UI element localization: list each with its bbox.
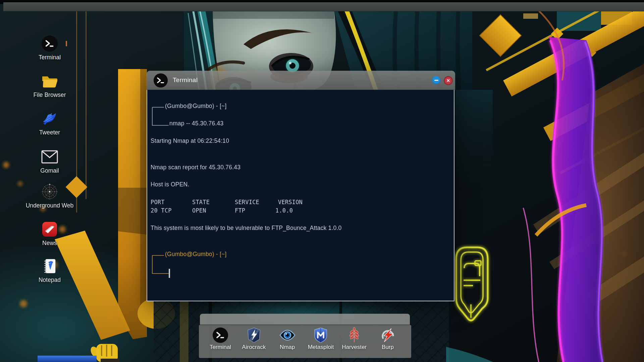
desktop-icon-news[interactable]: News: [21, 221, 78, 247]
desktop-icon-underground-web[interactable]: Underground Web: [21, 183, 78, 209]
desktop-icon-file-browser[interactable]: File Browser: [21, 72, 78, 99]
prompt-user: (Gumbo@Gumbo) - [~]: [165, 251, 227, 258]
cell-port: 20 TCP: [151, 207, 172, 214]
bird-icon: [41, 110, 58, 127]
window-title: Terminal: [173, 76, 198, 84]
vulnerability-line: This system is most likely to be vulnera…: [151, 225, 341, 232]
desktop-icon-tweeter[interactable]: Tweeter: [21, 110, 78, 136]
dock-item-label: Airocrack: [238, 344, 269, 351]
terminal-cursor: [169, 269, 170, 278]
notepad-icon: [41, 257, 58, 275]
col-header: STATE: [192, 199, 210, 205]
dock-item-terminal[interactable]: Terminal: [205, 327, 236, 358]
dock-item-harvester[interactable]: Harvester: [339, 327, 370, 358]
dock-handle[interactable]: [200, 314, 410, 325]
terminal-line: Starting Nmap at 06:22:54:10: [151, 137, 229, 144]
eye-icon: [279, 327, 296, 343]
col-header: PORT: [151, 199, 165, 205]
cell-version: 1.0.0: [275, 207, 293, 214]
col-header: VERSION: [278, 199, 303, 205]
dark-web-icon: [41, 183, 58, 200]
desktop-icon-label: Terminal: [21, 54, 78, 61]
desktop-icon-label: File Browser: [21, 92, 78, 99]
top-bar: [3, 2, 644, 11]
dock-item-label: Harvester: [339, 344, 370, 351]
close-icon: ✕: [446, 78, 450, 83]
prompt-command: nmap -- 45.30.76.43: [169, 120, 223, 127]
terminal-output[interactable]: (Gumbo@Gumbo) - [~] nmap -- 45.30.76.43 …: [147, 90, 454, 301]
burst-bolt-icon: [380, 327, 396, 343]
terminal-line: Host is OPEN.: [151, 181, 189, 188]
news-icon: [41, 221, 58, 238]
shield-bolt-icon: [246, 327, 262, 343]
desktop-icon-label: Gomail: [21, 167, 78, 174]
cell-state: OPEN: [192, 207, 206, 214]
shield-m-icon: [313, 327, 329, 343]
dock-item-airocrack[interactable]: Airocrack: [238, 327, 269, 358]
dock-item-label: Burp: [372, 344, 403, 351]
dock-item-label: Terminal: [205, 344, 236, 351]
terminal-window: Terminal ✕ (Gumbo@Gumbo) - [~] nmap -- 4…: [147, 71, 455, 301]
desktop-icon-label: Underground Web: [21, 202, 78, 209]
dock: Terminal Airocrack: [199, 325, 411, 358]
envelope-icon: [41, 148, 58, 166]
desktop-icon-notepad[interactable]: Notepad: [21, 257, 78, 284]
terminal-line: Nmap scan report for 45.30.76.43: [151, 164, 240, 171]
folder-icon: [41, 72, 58, 90]
desktop-icon-terminal[interactable]: Terminal: [21, 35, 78, 61]
window-titlebar[interactable]: Terminal ✕: [147, 71, 455, 90]
terminal-icon: [212, 327, 228, 343]
desktop-icon-label: Notepad: [21, 277, 78, 284]
desktop-icon-label: Tweeter: [21, 129, 78, 136]
desktop-icon-gomail[interactable]: Gomail: [21, 148, 78, 174]
dock-item-burp[interactable]: Burp: [372, 327, 403, 358]
dock-item-nmap[interactable]: Nmap: [272, 327, 303, 358]
minimize-icon: [434, 80, 438, 81]
col-header: SERVICE: [235, 199, 259, 205]
minimize-button[interactable]: [432, 76, 440, 84]
wheat-sprig-icon: [346, 327, 362, 343]
desktop: Terminal File Browser Tweeter: [0, 0, 644, 362]
terminal-icon: [153, 73, 168, 88]
dock-item-label: Nmap: [272, 344, 303, 351]
dock-item-label: Metasploit: [305, 344, 336, 351]
prompt-user: (Gumbo@Gumbo) - [~]: [165, 103, 227, 110]
dock-item-metasploit[interactable]: Metasploit: [305, 327, 336, 358]
desktop-icon-label: News: [21, 240, 78, 247]
cell-service: FTP: [235, 207, 245, 214]
close-button[interactable]: ✕: [444, 76, 453, 85]
terminal-icon: [41, 35, 58, 52]
